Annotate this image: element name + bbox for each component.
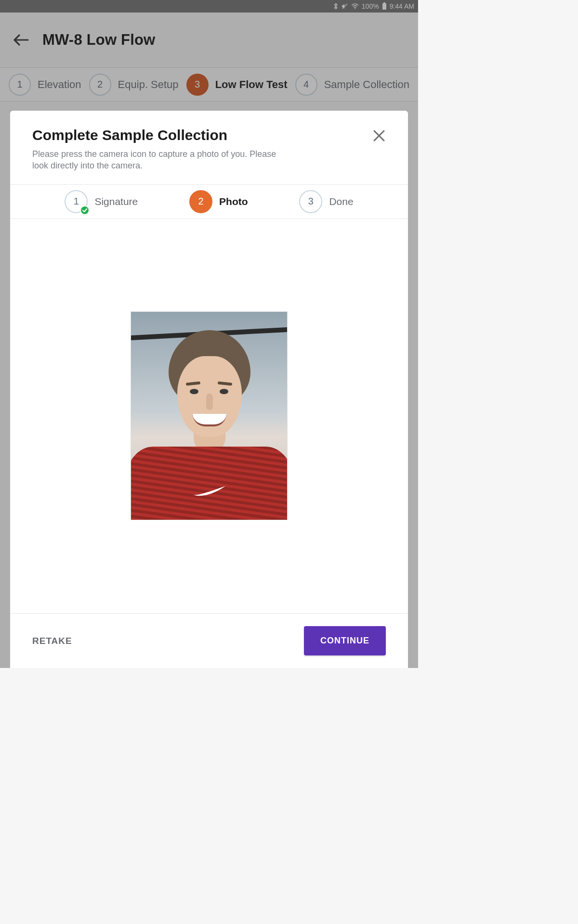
step-label: Photo [219, 196, 248, 207]
retake-button[interactable]: RETAKE [32, 636, 72, 646]
captured-photo [131, 311, 288, 520]
dialog-step-signature[interactable]: 1 Signature [65, 190, 138, 213]
dialog-stepper: 1 Signature 2 Photo 3 Done [10, 184, 408, 219]
continue-button[interactable]: CONTINUE [304, 626, 386, 655]
photo-area [10, 219, 408, 613]
dialog-title: Complete Sample Collection [32, 127, 292, 143]
dialog-step-done[interactable]: 3 Done [299, 190, 353, 213]
step-label: Done [329, 196, 353, 207]
step-complete-badge [80, 205, 90, 215]
step-number: 3 [299, 190, 322, 213]
sample-collection-dialog: Complete Sample Collection Please press … [10, 111, 408, 668]
step-label: Signature [94, 196, 138, 207]
close-button[interactable] [372, 129, 386, 142]
dialog-footer: RETAKE CONTINUE [10, 613, 408, 668]
dialog-step-photo[interactable]: 2 Photo [189, 190, 248, 213]
step-number: 2 [189, 190, 212, 213]
shirt-logo-icon [193, 485, 226, 497]
close-icon [372, 129, 386, 142]
check-icon [82, 207, 88, 213]
dialog-subtitle: Please press the camera icon to capture … [32, 148, 292, 172]
